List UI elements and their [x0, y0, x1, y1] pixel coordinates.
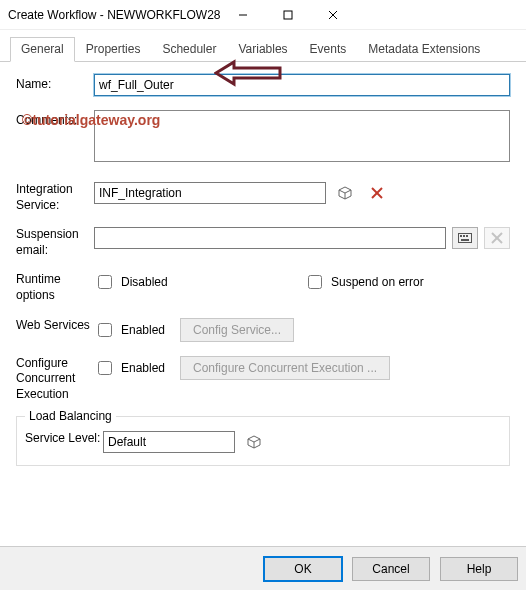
- name-label: Name:: [16, 74, 94, 91]
- svg-rect-13: [466, 235, 468, 237]
- ok-button[interactable]: OK: [264, 557, 342, 581]
- load-balancing-legend: Load Balancing: [25, 409, 116, 423]
- cancel-button[interactable]: Cancel: [352, 557, 430, 581]
- tab-variables[interactable]: Variables: [227, 37, 298, 62]
- load-balancing-group: Load Balancing Service Level:: [16, 416, 510, 466]
- svg-rect-1: [284, 11, 292, 19]
- ws-enabled-check-input[interactable]: [98, 323, 112, 337]
- svg-line-5: [339, 190, 345, 193]
- clear-service-button[interactable]: [364, 182, 390, 204]
- disabled-check-input[interactable]: [98, 275, 112, 289]
- ws-enabled-check-label: Enabled: [121, 323, 165, 337]
- browse-service-button[interactable]: [332, 182, 358, 204]
- help-button[interactable]: Help: [440, 557, 518, 581]
- email-picker-button[interactable]: [452, 227, 478, 249]
- x-icon: [491, 232, 503, 244]
- disabled-check-label: Disabled: [121, 275, 168, 289]
- cube-icon: [246, 435, 262, 449]
- suspension-input[interactable]: [94, 227, 446, 249]
- service-level-browse-button[interactable]: [241, 431, 267, 453]
- tab-general[interactable]: General: [10, 37, 75, 62]
- svg-rect-14: [461, 239, 469, 241]
- window-title: Create Workflow - NEWWORKFLOW28: [8, 8, 220, 22]
- title-bar: Create Workflow - NEWWORKFLOW28: [0, 0, 526, 30]
- svg-rect-12: [463, 235, 465, 237]
- maximize-button[interactable]: [265, 0, 310, 30]
- cube-icon: [337, 186, 353, 200]
- disabled-checkbox[interactable]: Disabled: [94, 272, 304, 292]
- config-concurrent-button: Configure Concurrent Execution ...: [180, 356, 390, 380]
- integration-label: Integration Service:: [16, 182, 94, 213]
- cc-enabled-check-input[interactable]: [98, 361, 112, 375]
- svg-line-19: [254, 439, 260, 442]
- name-input[interactable]: [94, 74, 510, 96]
- runtime-label: Runtime options: [16, 272, 94, 303]
- tab-properties[interactable]: Properties: [75, 37, 152, 62]
- minimize-button[interactable]: [220, 0, 265, 30]
- svg-rect-11: [460, 235, 462, 237]
- config-service-button: Config Service...: [180, 318, 294, 342]
- service-level-label: Service Level:: [25, 431, 103, 447]
- suspend-error-check-input[interactable]: [308, 275, 322, 289]
- suspension-label: Suspension email:: [16, 227, 94, 258]
- close-button[interactable]: [310, 0, 355, 30]
- concurrent-label: Configure Concurrent Execution: [16, 356, 94, 403]
- dialog-footer: OK Cancel Help: [0, 546, 526, 590]
- svg-line-6: [345, 190, 351, 193]
- watermark-text: ©tutorialgateway.org: [22, 112, 160, 128]
- tab-strip: General Properties Scheduler Variables E…: [0, 30, 526, 62]
- webservices-label: Web Services: [16, 318, 94, 334]
- svg-rect-10: [459, 234, 472, 243]
- integration-input[interactable]: [94, 182, 326, 204]
- service-level-input[interactable]: [103, 431, 235, 453]
- cc-enabled-check-label: Enabled: [121, 361, 165, 375]
- svg-line-18: [248, 439, 254, 442]
- suspend-error-checkbox[interactable]: Suspend on error: [304, 272, 424, 292]
- window-controls: [220, 0, 355, 29]
- cc-enabled-checkbox[interactable]: Enabled: [94, 358, 174, 378]
- x-icon: [371, 187, 383, 199]
- tab-metadata[interactable]: Metadata Extensions: [357, 37, 491, 62]
- keyboard-icon: [458, 233, 472, 243]
- tab-events[interactable]: Events: [299, 37, 358, 62]
- tab-scheduler[interactable]: Scheduler: [151, 37, 227, 62]
- ws-enabled-checkbox[interactable]: Enabled: [94, 320, 174, 340]
- clear-email-button: [484, 227, 510, 249]
- suspend-error-check-label: Suspend on error: [331, 275, 424, 289]
